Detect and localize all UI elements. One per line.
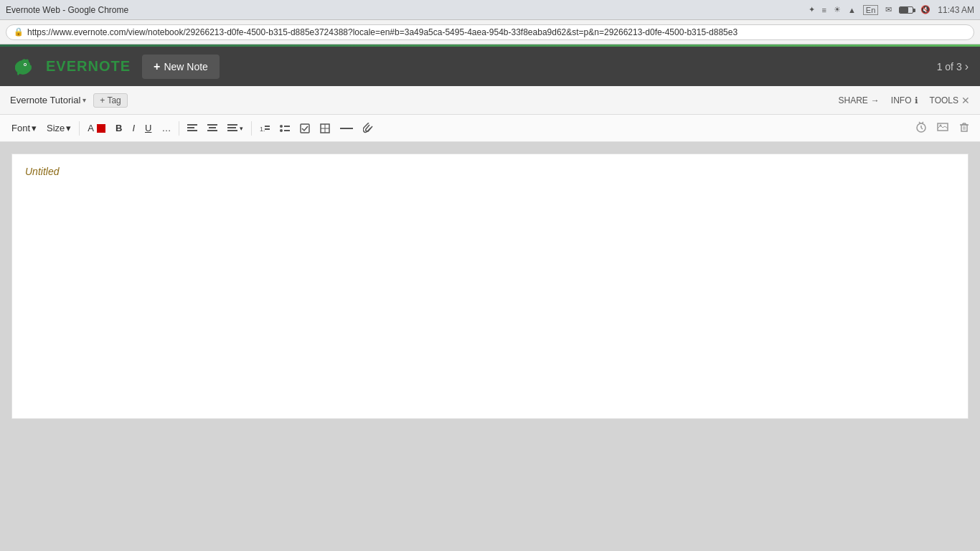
bold-icon: B (116, 123, 122, 133)
trash-icon (958, 121, 970, 133)
italic-icon: I (132, 123, 135, 133)
url-bar[interactable]: 🔒 https://www.evernote.com/view/notebook… (6, 24, 974, 40)
svg-rect-19 (301, 124, 309, 133)
svg-text:1.: 1. (260, 126, 265, 133)
battery-indicator (899, 6, 913, 14)
address-bar: 🔒 https://www.evernote.com/view/notebook… (0, 20, 980, 44)
tools-area: TOOLS ✕ (930, 95, 970, 106)
svg-rect-7 (209, 127, 216, 128)
toolbar-right-actions (913, 118, 973, 138)
svg-line-27 (919, 122, 920, 123)
align-center-button[interactable] (203, 121, 222, 136)
font-color-button[interactable]: A (83, 120, 110, 136)
font-dropdown-arrow: ▾ (32, 123, 37, 133)
url-text: https://www.evernote.com/view/notebook/2… (27, 27, 738, 37)
svg-rect-6 (207, 124, 217, 126)
checkbox-button[interactable] (296, 121, 314, 136)
menu-icon: ≡ (822, 6, 826, 14)
system-tray: ✦ ≡ ☀ ▲ En ✉ 🔇 11:43 AM (809, 5, 974, 15)
size-selector[interactable]: Size ▾ (42, 120, 75, 136)
svg-rect-18 (284, 130, 290, 131)
align-center-icon (207, 124, 217, 133)
reminder-button[interactable] (913, 118, 930, 138)
notebook-bar: Evernote Tutorial ▾ + Tag SHARE → INFO ℹ… (0, 86, 980, 115)
lock-icon: 🔒 (14, 27, 24, 37)
chrome-titlebar: Evernote Web - Google Chrome ✦ ≡ ☀ ▲ En … (0, 0, 980, 20)
browser-title: Evernote Web - Google Chrome (6, 5, 809, 15)
table-icon (320, 123, 330, 133)
share-button[interactable]: SHARE → (839, 95, 880, 105)
divider-icon (340, 126, 353, 131)
app-bar: EVERNOTE + New Note 1 of 3 › (0, 47, 980, 86)
add-tag-button[interactable]: + Tag (93, 93, 127, 108)
svg-rect-10 (227, 127, 236, 128)
reminder-icon (915, 121, 927, 133)
notebook-actions: SHARE → INFO ℹ TOOLS ✕ (839, 95, 970, 106)
new-note-label: New Note (164, 61, 207, 72)
volume-icon: 🔇 (920, 5, 930, 14)
page-count: 1 of 3 (937, 61, 962, 72)
font-color-letter: A (88, 123, 94, 133)
more-icon: … (161, 123, 171, 133)
align-options-button[interactable]: ▾ (223, 121, 248, 136)
tools-label: TOOLS (930, 95, 958, 105)
note-editor[interactable]: Untitled (11, 154, 969, 419)
new-note-button[interactable]: + New Note (142, 55, 220, 79)
numbered-list-icon: 1. (260, 124, 270, 133)
divider-button[interactable] (336, 123, 357, 134)
bullet-list-button[interactable] (275, 121, 294, 136)
wifi-icon: ▲ (848, 6, 856, 14)
size-dropdown-arrow: ▾ (66, 123, 71, 133)
svg-rect-31 (961, 125, 967, 131)
checkbox-icon (300, 123, 310, 133)
table-button[interactable] (316, 121, 334, 136)
note-title[interactable]: Untitled (25, 166, 59, 177)
svg-rect-8 (207, 130, 217, 131)
info-button[interactable]: INFO ℹ (891, 95, 918, 105)
next-arrow[interactable]: › (965, 60, 969, 73)
attachment-button[interactable] (359, 120, 377, 137)
language-indicator: En (863, 5, 878, 15)
plus-icon: + (154, 60, 160, 73)
editor-area: Untitled (0, 142, 980, 551)
align-left-icon (187, 124, 197, 133)
underline-button[interactable]: U (141, 120, 156, 136)
elephant-icon (11, 55, 34, 78)
font-selector[interactable]: Font ▾ (7, 120, 41, 136)
toolbar-sep-3 (251, 121, 252, 136)
svg-rect-3 (187, 124, 197, 126)
info-icon: ℹ (915, 95, 918, 105)
svg-rect-9 (227, 124, 237, 126)
notebook-name-text: Evernote Tutorial (10, 95, 80, 105)
underline-icon: U (145, 123, 151, 133)
italic-button[interactable]: I (128, 120, 139, 136)
toolbar-sep-2 (179, 121, 179, 136)
pagination-area: 1 of 3 › (937, 60, 969, 73)
bold-button[interactable]: B (111, 120, 126, 136)
svg-rect-13 (265, 126, 270, 127)
close-icon[interactable]: ✕ (961, 95, 970, 106)
image-button[interactable] (934, 118, 951, 138)
align-left-button[interactable] (183, 121, 202, 136)
brightness-icon: ☀ (834, 5, 841, 14)
more-formatting-button[interactable]: … (157, 120, 175, 136)
font-label: Font (11, 123, 30, 133)
evernote-logo (11, 55, 34, 78)
numbered-list-button[interactable]: 1. (255, 121, 274, 136)
svg-point-16 (280, 129, 283, 132)
svg-rect-17 (284, 126, 290, 127)
share-label: SHARE (839, 95, 868, 105)
bluetooth-icon: ✦ (809, 5, 815, 14)
email-icon: ✉ (885, 5, 892, 14)
svg-point-30 (940, 124, 942, 126)
delete-button[interactable] (956, 118, 973, 138)
notebook-selector[interactable]: Evernote Tutorial ▾ (10, 95, 86, 105)
attachment-icon (363, 123, 373, 134)
color-swatch (97, 124, 105, 133)
align-dropdown: ▾ (240, 125, 243, 132)
toolbar-sep-1 (79, 121, 80, 136)
notebook-dropdown-icon: ▾ (83, 96, 86, 104)
svg-line-28 (922, 122, 923, 123)
size-label: Size (47, 123, 65, 133)
svg-rect-4 (187, 127, 194, 128)
